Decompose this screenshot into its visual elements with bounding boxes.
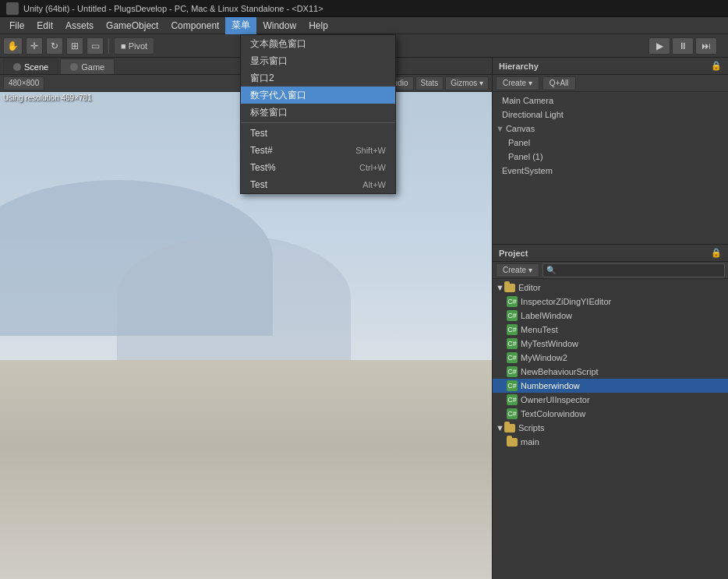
menu-edit[interactable]: Edit [30,17,59,34]
project-search[interactable] [542,263,725,277]
project-scripts-folder[interactable]: ▼ Scripts [493,421,728,435]
unity-icon [6,2,19,15]
play-controls: ▶ ⏸ ⏭ [648,37,717,55]
tool-move[interactable]: ✛ [26,37,43,55]
project-toolbar: Create ▾ [493,262,728,279]
menu-assets[interactable]: Assets [59,17,100,34]
project-mywindow2-script[interactable]: C# MyWindow2 [493,351,728,365]
editor-folder-icon [504,284,515,292]
script-icon-5: C# [507,352,518,363]
menu-component[interactable]: Component [164,17,225,34]
dropdown-test-hash-shortcut: Shift+W [355,146,386,155]
project-scripts-label: Scripts [518,423,545,432]
dropdown-menu: 文本颜色窗口 显示窗口 窗口2 数字代入窗口 标签窗口 Test Test# S… [240,34,396,194]
menu-gameobject[interactable]: GameObject [100,17,164,34]
project-main-folder[interactable]: main [493,435,728,449]
game-tab-icon [70,63,78,71]
hierarchy-panel[interactable]: Panel [493,136,728,150]
gizmos-btn[interactable]: Gizmos ▾ [445,76,489,90]
tool-rotate[interactable]: ↻ [46,37,63,55]
project-title: Project [499,249,528,258]
dropdown-label-window[interactable]: 标签窗口 [241,104,395,121]
dropdown-sep-1 [241,122,395,123]
pivot-button[interactable]: ■ Pivot [114,37,154,55]
tab-game[interactable]: Game [60,58,115,74]
hierarchy-directional-light[interactable]: Directional Light [493,108,728,122]
dropdown-show-window-label: 显示窗口 [250,55,288,68]
hierarchy-panel-label: Panel [508,138,530,147]
menu-help[interactable]: Help [302,17,334,34]
menu-window[interactable]: Window [256,17,302,34]
dropdown-test-hash-label: Test# [250,145,273,156]
dropdown-number-input-label: 数字代入窗口 [250,89,306,102]
hierarchy-header: Hierarchy 🔒 [493,58,728,75]
project-mytestwindow-script[interactable]: C# MyTestWindow [493,337,728,351]
hierarchy-canvas[interactable]: ▼ Canvas [493,122,728,136]
hierarchy-main-camera[interactable]: Main Camera [493,94,728,108]
hierarchy-directional-light-label: Directional Light [502,110,564,119]
project-textcolorwindow-script[interactable]: C# TextColorwindow [493,407,728,421]
project-labelwindow-script[interactable]: C# LabelWindow [493,309,728,323]
project-main-label: main [521,437,539,447]
dropdown-show-window[interactable]: 显示窗口 [241,52,395,69]
tab-scene-label: Scene [24,62,48,72]
hierarchy-eventsystem[interactable]: EventSystem [493,164,728,178]
tool-hand[interactable]: ✋ [3,37,23,55]
dropdown-text-color[interactable]: 文本颜色窗口 [241,35,395,52]
dropdown-test-percent[interactable]: Test% Ctrl+W [241,159,395,176]
project-lock[interactable]: 🔒 [711,248,722,258]
title-bar: Unity (64bit) - Untitled - PlugsDevelop … [0,0,728,17]
step-button[interactable]: ⏭ [695,37,717,55]
hierarchy-lock[interactable]: 🔒 [711,61,722,71]
tool-rect[interactable]: ▭ [87,37,104,55]
tab-game-label: Game [81,62,104,72]
menu-custom[interactable]: 菜单 [225,17,256,34]
dropdown-test-hash[interactable]: Test# Shift+W [241,142,395,159]
script-icon-2: C# [507,310,518,321]
menu-bar: File Edit Assets GameObject Component 菜单… [0,17,728,34]
dropdown-test-alt-shortcut: Alt+W [362,180,386,189]
project-panel: Project 🔒 Create ▾ ▼ Editor C# Inspector… [493,245,728,579]
play-button[interactable]: ▶ [648,37,670,55]
title-text: Unity (64bit) - Untitled - PlugsDevelop … [23,4,323,13]
hierarchy-panel: Hierarchy 🔒 Create ▾ Q+All Main Camera D… [493,58,728,245]
dropdown-test[interactable]: Test [241,125,395,142]
project-numberwindow-label: Numberwindow [521,381,580,390]
dropdown-window2[interactable]: 窗口2 [241,69,395,86]
project-header: Project 🔒 [493,245,728,262]
script-icon-6: C# [507,366,518,377]
hierarchy-eventsystem-label: EventSystem [502,166,553,175]
dropdown-number-input[interactable]: 数字代入窗口 [241,86,395,104]
menu-file[interactable]: File [3,17,30,34]
pause-button[interactable]: ⏸ [672,37,694,55]
hierarchy-content: Main Camera Directional Light ▼ Canvas P… [493,92,728,244]
script-icon-4: C# [507,338,518,349]
dropdown-test-percent-label: Test% [250,162,276,173]
stats-btn[interactable]: Stats [415,76,444,90]
hierarchy-panel-1[interactable]: Panel (1) [493,150,728,164]
project-inspector-script[interactable]: C# InspectorZiDingYIEditor [493,295,728,309]
hierarchy-canvas-label: Canvas [506,124,535,133]
main-folder-icon [507,438,518,447]
project-owneruiinspector-script[interactable]: C# OwnerUIInspector [493,393,728,407]
hierarchy-all-btn[interactable]: Q+All [542,76,576,90]
hierarchy-main-camera-label: Main Camera [502,96,553,105]
hierarchy-create-btn[interactable]: Create ▾ [496,76,539,90]
project-create-btn[interactable]: Create ▾ [496,263,539,277]
project-editor-folder[interactable]: ▼ Editor [493,281,728,295]
project-numberwindow-script[interactable]: C# Numberwindow [493,379,728,393]
tab-scene[interactable]: Scene [3,58,58,74]
script-icon-1: C# [507,296,518,307]
hierarchy-toolbar: Create ▾ Q+All [493,75,728,92]
dropdown-window2-label: 窗口2 [250,72,274,85]
script-icon-7: C# [507,380,518,391]
project-menutest-script[interactable]: C# MenuTest [493,323,728,337]
scene-tab-icon [13,63,21,71]
hierarchy-title: Hierarchy [499,62,539,71]
project-newbehaviour-script[interactable]: C# NewBehaviourScript [493,365,728,379]
dropdown-test-alt[interactable]: Test Alt+W [241,176,395,193]
tool-scale[interactable]: ⊞ [66,37,83,55]
scripts-arrow: ▼ [496,423,504,432]
resolution-btn[interactable]: 480×800 [3,76,44,90]
dropdown-label-window-label: 标签窗口 [250,106,288,119]
